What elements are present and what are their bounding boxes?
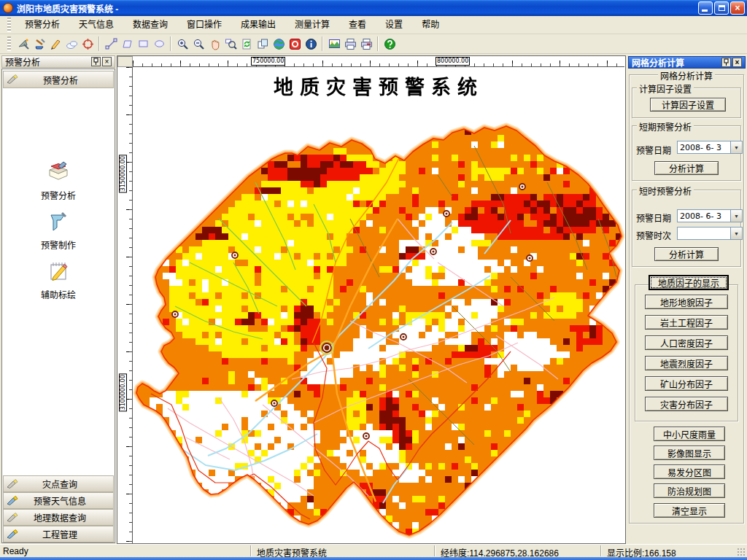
print-icon[interactable] <box>342 36 358 52</box>
right-panel-pin-button[interactable] <box>721 58 731 67</box>
menu-item-0[interactable]: 预警分析 <box>15 16 69 34</box>
tool-item-2[interactable]: 辅助标绘 <box>3 259 114 300</box>
horizontal-ruler: 750000.00800000.00 <box>133 56 624 67</box>
left-panel-pin-button[interactable] <box>91 57 101 66</box>
panel-bar-label: 预警天气信息 <box>23 494 97 507</box>
short-term-analyze-button[interactable]: 分析计算 <box>654 161 719 175</box>
short-time-times-combo[interactable]: ▼ <box>677 227 743 240</box>
ruler-corner <box>117 56 133 67</box>
menu-item-1[interactable]: 天气信息 <box>69 16 123 34</box>
draw-icon <box>46 259 71 286</box>
left-panel-header-label: 预警分析 <box>23 74 98 86</box>
book-icon <box>46 160 71 187</box>
factor-button-3[interactable]: 地震烈度因子 <box>645 356 728 370</box>
draw-rect-icon[interactable] <box>135 36 151 52</box>
tool-item-label: 预警制作 <box>41 238 76 251</box>
draw-polygon-icon[interactable] <box>119 36 135 52</box>
restore-icon <box>719 5 725 11</box>
menu-item-5[interactable]: 测量计算 <box>285 16 339 34</box>
right-panel-title: 网格分析计算 <box>632 56 720 69</box>
panel-bar-0[interactable]: 灾点查询 <box>3 475 114 492</box>
factor-button-4[interactable]: 矿山分布因子 <box>645 376 728 391</box>
restore-button[interactable] <box>714 1 729 15</box>
status-bar: Ready 地质灾害预警系统 经纬度:114.296875,28.162686 … <box>0 544 747 557</box>
short-term-date-combo-value: 2008- 6- 3 <box>678 143 730 152</box>
toolbar-grip-handle[interactable] <box>7 36 11 52</box>
weather-make-icon[interactable] <box>31 36 47 52</box>
short-time-group-legend: 短时预警分析 <box>637 184 694 197</box>
zoom-window-icon[interactable] <box>222 36 239 52</box>
plot-tool-icon[interactable] <box>47 36 63 52</box>
zoom-out-icon[interactable] <box>190 36 206 52</box>
help-icon[interactable] <box>382 36 398 52</box>
panel-bar-1[interactable]: 预警天气信息 <box>3 492 114 509</box>
resize-grip[interactable] <box>737 548 746 556</box>
info-icon[interactable] <box>303 36 319 52</box>
chevron-down-icon[interactable]: ▼ <box>730 210 742 222</box>
chevron-down-icon[interactable]: ▼ <box>730 141 742 153</box>
factor-button-2[interactable]: 人口密度因子 <box>645 335 728 350</box>
menu-item-7[interactable]: 设置 <box>376 16 412 34</box>
menu-item-3[interactable]: 窗口操作 <box>177 16 231 34</box>
main-toolbar <box>0 34 747 54</box>
toolbar-separator <box>98 36 100 51</box>
print-preview-icon[interactable] <box>358 36 374 52</box>
panel-bar-label: 灾点查询 <box>23 478 97 490</box>
chevron-down-icon[interactable]: ▼ <box>730 228 742 239</box>
short-term-date-combo[interactable]: 2008- 6- 3▼ <box>677 141 743 154</box>
refresh-icon[interactable] <box>239 36 255 52</box>
minimize-icon <box>702 9 708 12</box>
short-term-date-label: 预警日期 <box>636 144 671 156</box>
minimize-button[interactable] <box>698 1 713 15</box>
tool-item-0[interactable]: 预警分析 <box>3 160 114 201</box>
short-time-date-combo[interactable]: 2008- 6- 3▼ <box>677 209 743 222</box>
layer-button-3[interactable]: 防治规划图 <box>654 483 725 498</box>
zoom-in-icon[interactable] <box>174 36 190 52</box>
tool-item-1[interactable]: 预警制作 <box>3 209 114 251</box>
left-panel-header[interactable]: 预警分析 <box>3 71 114 88</box>
hand-pen-icon <box>7 478 20 491</box>
draw-ellipse-icon[interactable] <box>151 36 167 52</box>
factor-button-5[interactable]: 灾害分布因子 <box>645 397 728 411</box>
status-separator <box>250 545 252 556</box>
layer-button-4[interactable]: 清空显示 <box>654 503 725 518</box>
image-output-icon[interactable] <box>326 36 342 52</box>
short-time-analyze-button[interactable]: 分析计算 <box>654 247 719 261</box>
window-title: 浏阳市地质灾害预警系统 - <box>17 2 118 15</box>
layer-button-2[interactable]: 易发分区图 <box>654 464 725 479</box>
browse-web-icon[interactable] <box>271 36 287 52</box>
menu-grip-handle[interactable] <box>7 18 11 31</box>
menu-item-2[interactable]: 数据查询 <box>123 16 177 34</box>
left-panel-close-button[interactable]: × <box>102 57 112 66</box>
map-canvas[interactable] <box>133 67 624 543</box>
panel-bar-3[interactable]: 工程管理 <box>3 526 114 542</box>
factor-button-0[interactable]: 地形地貌因子 <box>645 295 728 309</box>
calc-factor-group-legend: 计算因子设置 <box>637 82 694 95</box>
factor-button-1[interactable]: 岩土工程因子 <box>645 315 728 330</box>
draw-line-icon[interactable] <box>103 36 119 52</box>
menu-item-4[interactable]: 成果输出 <box>231 16 285 34</box>
right-panel-titlebar: 网格分析计算 × <box>628 56 746 69</box>
make-icon <box>46 209 71 236</box>
window-bottom-border <box>0 557 747 560</box>
ruler-label-y: 3150000.00 <box>119 155 127 192</box>
cloud-icon[interactable] <box>63 36 80 52</box>
menu-item-8[interactable]: 帮助 <box>412 16 449 34</box>
menu-item-6[interactable]: 查看 <box>339 16 376 34</box>
layer-button-1[interactable]: 影像图显示 <box>654 446 725 460</box>
hand-pen-icon <box>7 73 20 86</box>
calc-factor-settings-button[interactable]: 计算因子设置 <box>650 98 726 112</box>
copy-icon[interactable] <box>255 36 271 52</box>
tool-item-label: 预警分析 <box>41 189 76 201</box>
locate-icon[interactable] <box>80 36 96 52</box>
pan-icon[interactable] <box>206 36 222 52</box>
panel-bar-2[interactable]: 地理数据查询 <box>3 509 114 526</box>
geo-factor-display-button[interactable]: 地质因子的显示 <box>649 275 729 290</box>
warning-analysis-icon[interactable] <box>15 36 31 52</box>
stop-icon[interactable] <box>287 36 303 52</box>
layer-button-0[interactable]: 中小尺度雨量 <box>654 427 725 441</box>
right-panel: 网格分析计算计算因子设置计算因子设置短期预警分析预警日期2008- 6- 3▼分… <box>626 69 747 544</box>
title-bar[interactable]: 浏阳市地质灾害预警系统 - × <box>0 0 747 16</box>
close-button[interactable]: × <box>730 1 745 15</box>
right-panel-close-button[interactable]: × <box>732 58 742 67</box>
